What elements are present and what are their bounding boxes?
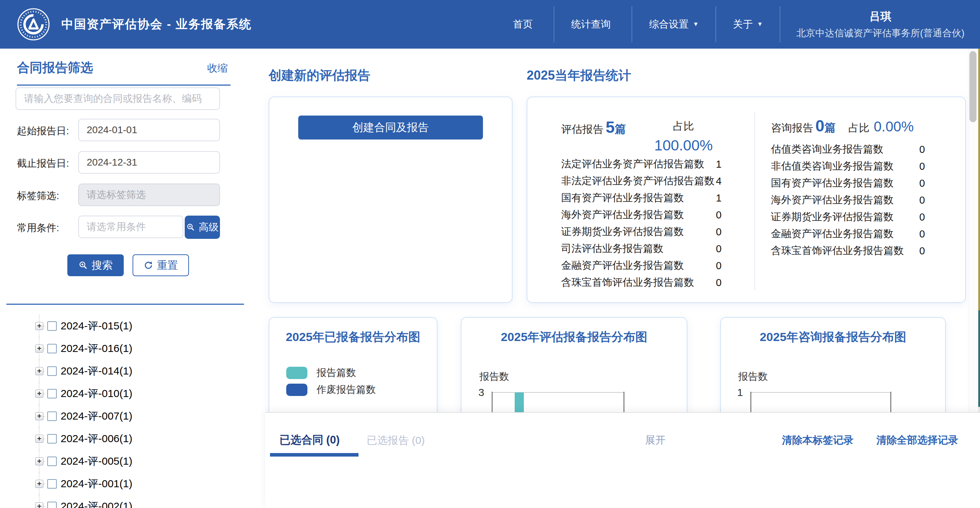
common-condition-input[interactable]: [78, 216, 183, 238]
tree-item-label[interactable]: 2024-评-001(1): [60, 477, 132, 491]
tree-item-label[interactable]: 2024-评-010(1): [60, 386, 132, 401]
tree-checkbox[interactable]: [47, 457, 57, 466]
consulting-report-label: 咨询报告: [771, 121, 813, 135]
stat-label: 含珠宝首饰评估业务报告篇数: [771, 244, 904, 258]
keyword-search-input[interactable]: [16, 87, 220, 110]
tree-checkbox[interactable]: [47, 479, 57, 489]
stat-label: 金融资产评估业务报告篇数: [771, 227, 894, 241]
expand-link[interactable]: 展开: [645, 433, 665, 448]
divider: [6, 304, 244, 305]
appraisal-report-count: 5: [606, 117, 615, 137]
tree-item-label[interactable]: 2024-评-006(1): [60, 432, 132, 446]
tree-item-label[interactable]: 2024-评-005(1): [60, 454, 132, 468]
chart-title: 2025年已报备报告分布图: [269, 329, 437, 345]
stat-value: 0: [920, 245, 925, 257]
user-block[interactable]: 吕琪 北京中达信诚资产评估事务所(普通合伙): [780, 9, 980, 40]
nav-item-label: 关于: [733, 17, 752, 31]
nav-item[interactable]: 统计查询: [554, 6, 632, 42]
tree-expand-icon[interactable]: +: [35, 390, 43, 398]
stat-label: 含珠宝首饰评估业务报告篇数: [561, 276, 694, 290]
divider: [17, 84, 231, 86]
appraisal-ratio-value: 100.00%: [646, 137, 721, 154]
stat-value: 0: [920, 194, 925, 206]
tree-checkbox[interactable]: [47, 434, 57, 443]
consulting-report-unit: 篇: [824, 120, 836, 136]
y-axis-label: 报告数: [738, 370, 768, 383]
tab-selected-reports[interactable]: 已选报告 (0): [367, 433, 425, 448]
chart-title: 2025年咨询报备报告分布图: [721, 329, 945, 345]
zoom-in-magnifier-icon: [186, 223, 195, 232]
legend-swatch-teal: [286, 367, 307, 379]
zoom-in-magnifier-icon: [78, 260, 88, 270]
stat-row: 含珠宝首饰评估业务报告篇数 0: [771, 242, 925, 259]
tree-item-label[interactable]: 2024-评-007(1): [60, 409, 132, 424]
stat-value: 4: [716, 175, 722, 187]
tree-checkbox[interactable]: [47, 411, 57, 421]
clear-current-tab-link[interactable]: 清除本标签记录: [782, 433, 853, 448]
tree-row: + 2024-评-010(1): [0, 382, 261, 405]
chevron-down-icon: ▼: [693, 21, 699, 28]
tree-expand-icon[interactable]: +: [35, 480, 43, 488]
tree-item-label[interactable]: 2024-评-016(1): [60, 341, 132, 356]
nav-item[interactable]: 综合设置 ▼: [632, 6, 716, 42]
tree-row: + 2024-评-006(1): [0, 427, 261, 450]
tree-expand-icon[interactable]: +: [35, 322, 43, 330]
y-axis-tick: 1: [737, 386, 743, 398]
legend-item[interactable]: 作废报告篇数: [286, 383, 376, 396]
divider: [754, 113, 755, 290]
tab-selected-contracts[interactable]: 已选合同 (0): [280, 433, 340, 448]
tree-expand-icon[interactable]: +: [35, 457, 43, 465]
tree-expand-icon[interactable]: +: [35, 502, 43, 508]
stat-row: 非估值类咨询业务报告篇数 0: [771, 158, 925, 175]
create-contract-report-button[interactable]: 创建合同及报告: [298, 116, 483, 140]
tree-expand-icon[interactable]: +: [35, 412, 43, 420]
appraisal-report-summary: 评估报告 5 篇: [561, 117, 626, 137]
tree-checkbox[interactable]: [47, 389, 57, 398]
reset-button-label: 重置: [157, 258, 178, 273]
stat-label: 证券期货业务评估报告篇数: [561, 225, 684, 239]
tree-item-label[interactable]: 2024-评-014(1): [60, 364, 132, 378]
tree-expand-icon[interactable]: +: [35, 367, 43, 375]
stat-label: 国有资产评估业务报告篇数: [771, 176, 894, 190]
stat-value: 0: [716, 226, 722, 238]
stat-label: 法定评估业务资产评估报告篇数: [561, 157, 704, 171]
nav-item[interactable]: 关于 ▼: [716, 6, 780, 42]
stat-row: 证券期货业务评估报告篇数 0: [561, 223, 722, 240]
tree-expand-icon[interactable]: +: [35, 435, 43, 443]
tree-expand-icon[interactable]: +: [35, 344, 43, 352]
stat-label: 金融资产评估业务报告篇数: [561, 259, 684, 273]
nav-item[interactable]: 首页: [496, 6, 554, 42]
stat-label: 司法评估业务报告篇数: [561, 242, 663, 256]
tree-checkbox[interactable]: [47, 502, 57, 508]
start-date-input[interactable]: [78, 119, 220, 141]
tree-row: + 2024-评-005(1): [0, 450, 261, 472]
tree-checkbox[interactable]: [47, 344, 57, 353]
tree-row: + 2024-评-016(1): [0, 337, 261, 360]
legend-item[interactable]: 报告篇数: [286, 366, 356, 379]
stat-row: 法定评估业务资产评估报告篇数 1: [561, 156, 722, 173]
stat-value: 1: [716, 159, 722, 170]
tree-item-label[interactable]: 2024-评-015(1): [60, 319, 132, 333]
reset-button[interactable]: 重置: [132, 254, 189, 276]
stats-card: 评估报告 5 篇 占比 100.00% 法定评估业务资产评估报告篇数 1 非法定…: [527, 97, 966, 303]
y-axis-label: 报告数: [479, 370, 509, 383]
tree-checkbox[interactable]: [47, 321, 57, 331]
stat-row: 含珠宝首饰评估业务报告篇数 0: [561, 274, 722, 291]
advanced-button[interactable]: 高级: [185, 216, 220, 239]
stat-row: 海外资产评估业务报告篇数 0: [771, 192, 925, 208]
clear-all-selection-link[interactable]: 清除全部选择记录: [877, 433, 958, 448]
stat-row: 金融资产评估业务报告篇数 0: [561, 257, 722, 274]
stat-value: 0: [920, 144, 925, 156]
collapse-link[interactable]: 收缩: [207, 61, 228, 75]
tree-item-label[interactable]: 2024-评-002(1): [60, 499, 132, 508]
search-button[interactable]: 搜索: [67, 254, 124, 276]
tag-filter-input[interactable]: [78, 184, 220, 206]
end-date-input[interactable]: [78, 151, 220, 174]
stat-label: 国有资产评估业务报告篇数: [561, 191, 684, 205]
tree-checkbox[interactable]: [47, 367, 57, 376]
scrollbar-thumb[interactable]: [969, 51, 977, 122]
user-organization: 北京中达信诚资产评估事务所(普通合伙): [796, 27, 964, 40]
gridline: [492, 392, 624, 393]
stat-value: 0: [920, 211, 925, 223]
stat-value: 0: [716, 243, 722, 255]
